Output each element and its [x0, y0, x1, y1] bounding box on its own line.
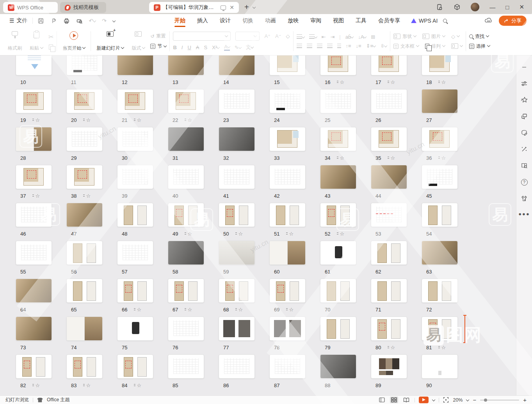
ribbon-tab-会员专享[interactable]: 会员专享	[377, 16, 401, 26]
fit-to-window-icon[interactable]	[443, 397, 449, 403]
slide-thumbnail-12[interactable]	[117, 55, 153, 75]
slide-thumbnail-11[interactable]	[66, 55, 103, 75]
vertical-align-icon[interactable]: ⇳	[380, 43, 387, 49]
toolbar-chevron-icon[interactable]	[113, 18, 115, 24]
text-shadow-icon[interactable]: S	[204, 45, 207, 50]
close-tab-icon[interactable]: ✕	[230, 4, 234, 11]
ribbon-tab-放映[interactable]: 放映	[287, 16, 299, 26]
slide-thumbnail-45[interactable]	[422, 165, 458, 189]
slide-thumbnail-76[interactable]	[168, 316, 204, 341]
ribbon-tab-工具[interactable]: 工具	[355, 16, 367, 26]
slide-thumbnail-14[interactable]	[219, 55, 255, 75]
slide-thumbnail-67[interactable]	[168, 279, 204, 303]
zoom-level[interactable]: 20%	[453, 397, 463, 403]
ribbon-tab-审阅[interactable]: 审阅	[310, 16, 322, 26]
slide-thumbnail-60[interactable]	[269, 241, 306, 265]
smart-beautify-icon[interactable]	[520, 145, 528, 153]
help-icon[interactable]: ?	[520, 178, 528, 186]
slide-thumbnail-22[interactable]	[168, 89, 204, 113]
zoom-slider[interactable]	[480, 400, 519, 400]
theme-label[interactable]: Office 主题	[47, 397, 69, 403]
slide-thumbnail-74[interactable]	[66, 316, 103, 341]
slide-thumbnail-83[interactable]	[66, 354, 103, 379]
slide-thumbnail-66[interactable]	[117, 279, 153, 303]
wps-ai-button[interactable]: WPS AI	[411, 18, 438, 24]
section-button[interactable]: 节	[150, 43, 166, 50]
properties-icon[interactable]	[520, 80, 528, 88]
tab-docer-templates[interactable]: 找稻壳模板	[60, 2, 106, 13]
file-menu[interactable]: ☰ 文件	[9, 17, 28, 24]
slide-thumbnail-50[interactable]	[219, 203, 255, 227]
save-icon[interactable]	[37, 18, 44, 24]
shapes-button[interactable]: 形状	[393, 33, 416, 40]
outline-button[interactable]	[451, 43, 463, 49]
slide-thumbnail-89[interactable]	[371, 354, 407, 379]
slide-thumbnail-37[interactable]	[16, 165, 52, 189]
slide-thumbnail-75[interactable]	[117, 316, 153, 341]
slide-thumbnail-29[interactable]	[66, 127, 103, 151]
slide-thumbnail-10[interactable]	[16, 55, 52, 75]
new-tab-button[interactable]: +	[244, 3, 249, 12]
slide-thumbnail-35[interactable]	[371, 127, 407, 151]
slide-thumbnail-57[interactable]	[117, 241, 153, 265]
picture-button[interactable]: 图片	[422, 33, 445, 40]
text-direction-icon[interactable]: ab̄	[345, 34, 353, 40]
space-after-icon[interactable]: ↓≡	[356, 43, 361, 49]
bold-icon[interactable]: B	[173, 45, 176, 50]
paste-button[interactable]: 粘贴	[27, 29, 45, 54]
select-button[interactable]: 选择	[469, 43, 490, 50]
ribbon-tab-视图[interactable]: 视图	[332, 16, 345, 26]
slide-thumbnail-54[interactable]	[422, 203, 458, 227]
slide-thumbnail-64[interactable]	[16, 279, 52, 303]
strikethrough-icon[interactable]: A	[196, 45, 199, 50]
slide-thumbnail-48[interactable]	[117, 203, 153, 227]
slide-thumbnail-15[interactable]	[269, 55, 306, 75]
slide-thumbnail-32[interactable]	[219, 127, 255, 151]
slide-thumbnail-61[interactable]	[320, 241, 356, 265]
slide-thumbnail-34[interactable]	[320, 127, 356, 151]
slide-thumbnail-63[interactable]	[422, 241, 458, 265]
space-before-icon[interactable]: ↑≡	[346, 43, 351, 49]
slide-thumbnail-20[interactable]	[66, 89, 103, 113]
slide-thumbnail-46[interactable]	[16, 203, 52, 227]
slide-thumbnail-13[interactable]	[168, 55, 204, 75]
theme-skin-icon[interactable]	[520, 195, 528, 202]
arrange-button[interactable]: 排列	[425, 43, 445, 50]
slide-thumbnail-49[interactable]	[168, 203, 204, 227]
slide-thumbnail-17[interactable]	[371, 55, 407, 75]
cloud-more-icon[interactable]	[485, 18, 493, 24]
maximize-button[interactable]: □	[505, 4, 509, 11]
zoom-slider-knob[interactable]	[484, 399, 487, 402]
underline-icon[interactable]: U	[187, 45, 191, 50]
font-size-combobox[interactable]	[235, 32, 260, 41]
slide-thumbnail-71[interactable]	[371, 279, 407, 303]
slide-thumbnail-52[interactable]	[320, 203, 356, 227]
slide-thumbnail-43[interactable]	[320, 165, 356, 189]
format-painter-button[interactable]: 格式刷	[5, 29, 24, 54]
collapse-panel-icon[interactable]	[520, 63, 528, 71]
play-from-current-button[interactable]: 当页开始	[60, 29, 87, 54]
zoom-in-button[interactable]: +	[523, 397, 527, 403]
slide-thumbnail-30[interactable]	[117, 127, 153, 151]
close-button[interactable]: ✕	[519, 4, 524, 11]
line-spacing-icon[interactable]: ⇕≡	[366, 43, 375, 49]
ribbon-search-icon[interactable]	[443, 18, 447, 24]
tab-list-chevron-icon[interactable]	[253, 4, 255, 11]
slide-thumbnail-70[interactable]	[320, 279, 356, 303]
slide-thumbnail-87[interactable]	[269, 354, 306, 379]
slide-thumbnail-44[interactable]	[371, 165, 407, 189]
slide-thumbnail-40[interactable]	[168, 165, 204, 189]
copy-icon[interactable]	[49, 45, 53, 50]
slide-thumbnail-41[interactable]	[219, 165, 255, 189]
slide-thumbnail-36[interactable]	[422, 127, 458, 151]
slide-thumbnail-31[interactable]	[168, 127, 204, 151]
smartart-convert-icon[interactable]: ⊞	[371, 34, 375, 40]
undo-icon[interactable]: ↶	[89, 18, 96, 24]
align-center-icon[interactable]	[307, 44, 312, 48]
increase-font-icon[interactable]: A⁺	[264, 33, 270, 39]
print-preview-icon[interactable]	[76, 18, 83, 24]
slide-thumbnail-27[interactable]	[422, 89, 458, 113]
ribbon-tab-开始[interactable]: 开始	[174, 16, 186, 26]
play-options-chevron-icon[interactable]	[432, 397, 435, 403]
slide-thumbnail-19[interactable]	[16, 89, 52, 113]
